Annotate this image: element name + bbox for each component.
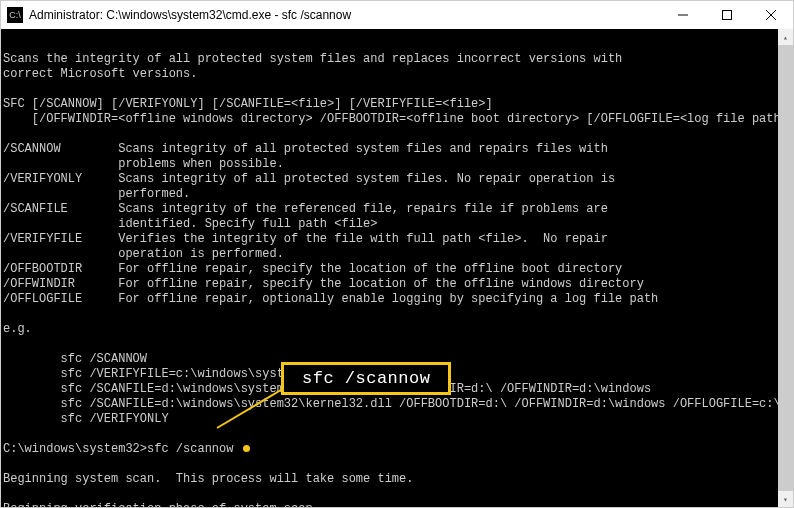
output-line: problems when possible. [3, 157, 284, 171]
output-line: [/OFFWINDIR=<offline windows directory> … [3, 112, 778, 126]
scroll-track[interactable] [778, 45, 793, 491]
output-line: sfc /SCANFILE=d:\windows\system32\kernel… [3, 397, 778, 411]
output-line: e.g. [3, 322, 32, 336]
vertical-scrollbar[interactable]: ▴ ▾ [778, 29, 793, 507]
output-line: sfc /SCANNOW [3, 352, 147, 366]
scroll-down-button[interactable]: ▾ [778, 491, 793, 507]
output-line: Scans the integrity of all protected sys… [3, 52, 622, 66]
output-line: identified. Specify full path <file> [3, 217, 377, 231]
close-button[interactable] [749, 1, 793, 29]
output-line: sfc /SCANFILE=d:\windows\system32\ [3, 382, 305, 396]
output-line: sfc /VERIFYONLY [3, 412, 169, 426]
output-line: Beginning verification phase of system s… [3, 502, 320, 507]
output-line: sfc /VERIFYFILE=c:\windows\system32 [3, 367, 313, 381]
output-line: /SCANFILE Scans integrity of the referen… [3, 202, 608, 216]
prompt-command: sfc /scannow [147, 442, 241, 456]
output-line: performed. [3, 187, 190, 201]
titlebar[interactable]: C:\ Administrator: C:\windows\system32\c… [1, 1, 793, 29]
maximize-button[interactable] [705, 1, 749, 29]
output-line: /OFFWINDIR For offline repair, specify t… [3, 277, 644, 291]
output-line: /OFFBOOTDIR For offline repair, specify … [3, 262, 622, 276]
output-line: IR=d:\ /OFFWINDIR=d:\windows [449, 382, 651, 396]
svg-rect-1 [723, 11, 732, 20]
scroll-thumb[interactable] [778, 45, 793, 491]
output-line: /VERIFYONLY Scans integrity of all prote… [3, 172, 615, 186]
callout-anchor-dot [243, 445, 250, 452]
output-line: /VERIFYFILE Verifies the integrity of th… [3, 232, 608, 246]
callout-box: sfc /scannow [281, 362, 451, 395]
output-line: /SCANNOW Scans integrity of all protecte… [3, 142, 608, 156]
output-line: operation is performed. [3, 247, 284, 261]
output-line: correct Microsoft versions. [3, 67, 197, 81]
window-title: Administrator: C:\windows\system32\cmd.e… [29, 8, 351, 22]
scroll-up-button[interactable]: ▴ [778, 29, 793, 45]
minimize-button[interactable] [661, 1, 705, 29]
output-line: SFC [/SCANNOW] [/VERIFYONLY] [/SCANFILE=… [3, 97, 493, 111]
output-line: Beginning system scan. This process will… [3, 472, 413, 486]
cmd-window: C:\ Administrator: C:\windows\system32\c… [0, 0, 794, 508]
terminal-output[interactable]: Scans the integrity of all protected sys… [1, 29, 778, 507]
cmd-icon: C:\ [7, 7, 23, 23]
prompt-path: C:\windows\system32> [3, 442, 147, 456]
output-line: /OFFLOGFILE For offline repair, optional… [3, 292, 658, 306]
